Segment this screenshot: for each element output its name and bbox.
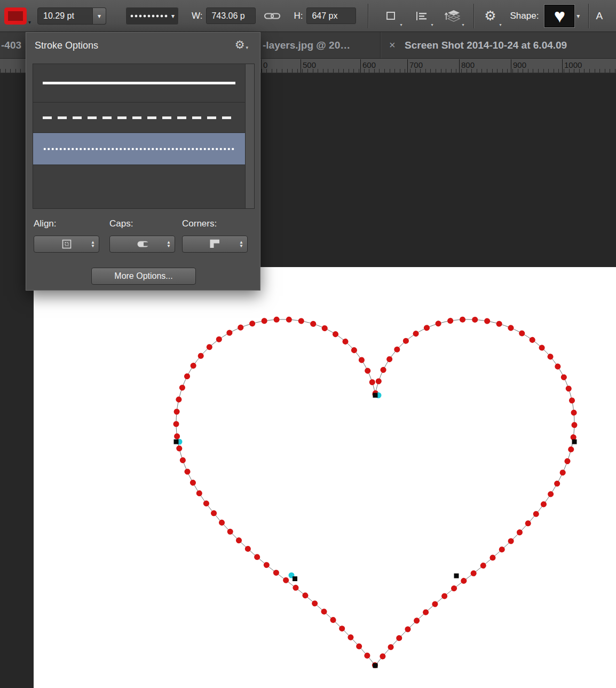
width-input[interactable]: 743.06 p: [206, 7, 256, 24]
chain-link-icon: [264, 10, 281, 22]
stroke-color-red-icon: [4, 7, 27, 25]
anchor-point-left[interactable]: [174, 440, 179, 444]
stroke-style-empty-row: [33, 165, 245, 208]
height-label: H:: [294, 11, 303, 21]
ruler-tick-label: 700: [407, 59, 423, 73]
caret-down-icon: ▾: [431, 22, 433, 27]
width-label: W:: [192, 11, 202, 21]
tool-settings-button[interactable]: ⚙ ▾: [481, 5, 499, 27]
dotted-red-stroke: [176, 319, 574, 666]
toolbar-separator: [588, 4, 589, 28]
dashed-line-icon: [43, 116, 235, 119]
caret-down-icon: ▾: [499, 22, 501, 27]
stepper-down-icon: ▼: [91, 244, 95, 248]
path-arrangement-button[interactable]: ▾: [444, 5, 462, 27]
clipped-right-control: A: [596, 10, 603, 22]
solid-line-icon: [43, 82, 235, 84]
ruler-tick-label: 500: [301, 59, 316, 73]
caps-select[interactable]: ▲ ▼: [109, 236, 175, 253]
popup-settings-button[interactable]: ⚙ ▾: [235, 39, 248, 50]
popup-title: Stroke Options: [35, 40, 98, 51]
layer-stack-icon: [445, 9, 461, 23]
stroke-width-combo: 10.29 pt ▾: [37, 7, 106, 25]
anchor-point-top-notch[interactable]: [373, 393, 378, 398]
ruler-tick-label: 1000: [562, 59, 582, 73]
caret-down-icon: ▾: [171, 12, 175, 20]
stepper-down-icon: ▼: [239, 244, 243, 248]
tab-clipped-left[interactable]: -403: [1, 32, 21, 59]
stroke-color-swatch[interactable]: ▾: [3, 5, 31, 27]
gear-icon: ⚙: [484, 9, 496, 22]
stroke-style-list: [33, 64, 255, 209]
stroke-align-icon: [61, 239, 72, 249]
anchor-point-bottom[interactable]: [373, 663, 378, 668]
stroke-width-input[interactable]: 10.29 pt: [37, 7, 93, 25]
anchor-point-lower-left[interactable]: [293, 576, 297, 581]
path-alignment-button[interactable]: ▾: [413, 5, 431, 27]
stroke-cap-icon: [136, 239, 149, 249]
dotted-stroke-preview-icon: [130, 14, 168, 18]
tab-separator: [380, 32, 381, 59]
stepper-down-icon: ▼: [167, 244, 171, 248]
shape-label: Shape:: [510, 11, 539, 21]
ruler-tick-label: 600: [360, 59, 376, 73]
scrollbar[interactable]: [245, 64, 254, 208]
stroke-style-solid[interactable]: [33, 64, 245, 103]
ruler-tick-label: 0: [261, 59, 267, 73]
swatch-caret-icon: ▾: [28, 19, 31, 25]
link-dimensions-button[interactable]: [264, 10, 281, 22]
shape-picker-caret-icon[interactable]: ▾: [576, 12, 580, 20]
stroke-style-dashed[interactable]: [33, 103, 245, 133]
toolbar-separator: [473, 4, 475, 28]
tab-close-icon[interactable]: ×: [389, 32, 396, 59]
stroke-corner-icon: [209, 239, 222, 249]
square-icon: [385, 11, 397, 21]
align-select[interactable]: ▲ ▼: [34, 236, 99, 253]
stroke-style-dropdown[interactable]: ▾: [125, 7, 179, 25]
stroke-style-dotted-selected[interactable]: [33, 133, 245, 165]
path-operations-button[interactable]: ▾: [382, 5, 400, 27]
stepper-arrows-icon: ▲ ▼: [91, 240, 95, 248]
stroke-options-popup: Stroke Options ⚙ ▾ Align: ▲: [26, 32, 260, 291]
ruler-tick-label: 900: [511, 59, 526, 73]
caret-down-icon: ▾: [246, 45, 248, 50]
options-bar: ▾ 10.29 pt ▾ ▾ W: 743.06 p H: 647 px ▾ ▾: [0, 0, 616, 32]
caret-down-icon: ▾: [98, 12, 101, 20]
ruler-tick-label: 800: [459, 59, 475, 73]
tab-active[interactable]: Screen Shot 2014-10-24 at 6.04.09: [405, 32, 567, 59]
caret-down-icon: ▾: [462, 22, 464, 27]
dotted-line-icon: [43, 147, 235, 151]
more-options-button[interactable]: More Options...: [91, 268, 196, 285]
height-input[interactable]: 647 px: [306, 7, 356, 24]
stroke-width-dropdown-button[interactable]: ▾: [93, 7, 106, 25]
align-label: Align:: [34, 218, 100, 229]
anchor-point-right[interactable]: [572, 440, 577, 444]
gear-icon: ⚙: [235, 39, 245, 50]
corners-select[interactable]: ▲ ▼: [182, 236, 248, 253]
tab-inactive[interactable]: -layers.jpg @ 20…: [263, 32, 350, 59]
stepper-arrows-icon: ▲ ▼: [167, 240, 171, 248]
toolbar-separator: [368, 4, 369, 28]
anchor-point-lower-right[interactable]: [454, 574, 459, 578]
corners-label: Corners:: [182, 218, 248, 229]
caret-down-icon: ▾: [400, 22, 402, 27]
shape-preview-button[interactable]: ♥: [544, 4, 575, 28]
stepper-arrows-icon: ▲ ▼: [239, 240, 243, 248]
vector-path-outline: [176, 319, 574, 666]
caps-label: Caps:: [109, 218, 176, 229]
heart-shape-icon: ♥: [554, 6, 565, 26]
align-left-icon: [415, 11, 428, 21]
